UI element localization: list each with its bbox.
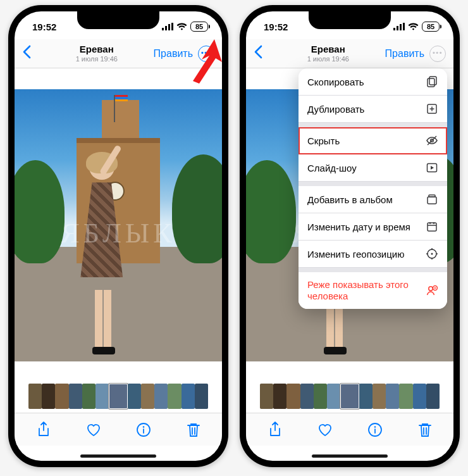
- menu-label: Добавить в альбом: [307, 194, 393, 205]
- svg-rect-0: [162, 28, 164, 30]
- svg-rect-3: [171, 23, 173, 30]
- svg-rect-1: [165, 26, 167, 30]
- photo-location: Ереван: [271, 44, 385, 55]
- thumbnail[interactable]: [399, 384, 412, 409]
- edit-button[interactable]: Править: [385, 48, 424, 60]
- thumbnail[interactable]: [141, 384, 154, 409]
- thumbnail[interactable]: [154, 384, 168, 409]
- thumbnail[interactable]: [95, 384, 109, 409]
- menu-separator: [299, 268, 447, 272]
- thumbnail[interactable]: [314, 384, 327, 409]
- nav-title: Ереван 1 июля 19:46: [271, 44, 385, 63]
- svg-point-12: [374, 426, 376, 428]
- duplicate-icon: [426, 103, 438, 115]
- svg-rect-9: [400, 24, 402, 30]
- thumbnail[interactable]: [300, 384, 314, 409]
- menu-label: Слайд-шоу: [307, 163, 357, 173]
- favorite-button[interactable]: [316, 421, 334, 439]
- bottom-toolbar: [246, 413, 453, 446]
- thumbnail[interactable]: [260, 384, 273, 409]
- photo-datetime: 1 июля 19:46: [271, 55, 385, 63]
- cellular-icon: [393, 22, 405, 32]
- menu-separator: [299, 182, 447, 186]
- menu-label: Скопировать: [307, 77, 364, 87]
- thumbnail[interactable]: [327, 384, 340, 409]
- thumbnail-strip[interactable]: [15, 382, 222, 413]
- wifi-icon: [408, 22, 419, 32]
- menu-change-location[interactable]: Изменить геопозицию: [299, 241, 447, 268]
- nav-header: Ереван 1 июля 19:46 Править •••: [15, 39, 222, 68]
- svg-rect-19: [429, 195, 435, 197]
- svg-point-23: [429, 287, 433, 291]
- thumbnail[interactable]: [373, 384, 386, 409]
- menu-label: Изменить геопозицию: [307, 249, 404, 260]
- menu-add-album[interactable]: Добавить в альбом: [299, 186, 447, 213]
- phone-right: 19:52 85 Ереван 1 июля 19:46: [240, 5, 460, 467]
- thumbnail[interactable]: [386, 384, 399, 409]
- thumbnail[interactable]: [109, 384, 127, 409]
- status-time: 19:52: [264, 22, 288, 32]
- thumbnail[interactable]: [340, 384, 359, 409]
- menu-feature-less[interactable]: Реже показывать этого человека: [299, 272, 447, 309]
- home-indicator[interactable]: [80, 454, 156, 458]
- thumbnail[interactable]: [182, 384, 195, 409]
- menu-label: Изменить дату и время: [307, 222, 410, 232]
- svg-rect-10: [403, 23, 405, 30]
- menu-hide[interactable]: Скрыть: [299, 127, 447, 154]
- thumbnail[interactable]: [69, 384, 82, 409]
- nav-title: Ереван 1 июля 19:46: [40, 44, 154, 63]
- more-button[interactable]: •••: [429, 46, 446, 62]
- nav-header: Ереван 1 июля 19:46 Править •••: [246, 39, 453, 68]
- thumbnail[interactable]: [359, 384, 373, 409]
- menu-separator: [299, 123, 447, 127]
- thumbnail[interactable]: [195, 384, 208, 409]
- back-button[interactable]: [254, 44, 271, 63]
- thumbnail[interactable]: [426, 384, 440, 409]
- info-button[interactable]: [135, 421, 152, 439]
- bottom-toolbar: [15, 413, 222, 446]
- battery-indicator: 85: [190, 22, 208, 32]
- photo-datetime: 1 июля 19:46: [40, 55, 154, 63]
- svg-rect-2: [168, 24, 170, 30]
- share-button[interactable]: [35, 421, 52, 439]
- more-button[interactable]: •••: [198, 46, 214, 62]
- delete-button[interactable]: [416, 421, 434, 439]
- thumbnail[interactable]: [28, 384, 42, 409]
- photo-viewer[interactable]: ЯБЛЫК: [15, 68, 222, 382]
- status-time: 19:52: [32, 22, 56, 32]
- svg-rect-20: [428, 223, 436, 231]
- info-button[interactable]: [366, 421, 384, 439]
- svg-rect-18: [428, 197, 436, 204]
- battery-indicator: 85: [422, 22, 440, 32]
- thumbnail[interactable]: [286, 384, 300, 409]
- thumbnail[interactable]: [168, 384, 181, 409]
- hide-icon: [426, 134, 438, 147]
- person-minus-icon: [426, 284, 438, 297]
- album-icon: [426, 193, 438, 206]
- thumbnail[interactable]: [128, 384, 141, 409]
- edit-button[interactable]: Править: [154, 48, 193, 60]
- actions-menu: Скопировать Дублировать Скрыть: [299, 68, 447, 309]
- thumbnail[interactable]: [82, 384, 95, 409]
- thumbnail[interactable]: [273, 384, 286, 409]
- favorite-button[interactable]: [85, 421, 102, 439]
- menu-slideshow[interactable]: Слайд-шоу: [299, 154, 447, 182]
- svg-rect-8: [397, 26, 398, 30]
- back-button[interactable]: [22, 44, 40, 63]
- menu-label: Дублировать: [307, 104, 364, 115]
- share-button[interactable]: [266, 421, 284, 439]
- menu-change-date[interactable]: Изменить дату и время: [299, 213, 447, 241]
- menu-duplicate[interactable]: Дублировать: [299, 96, 447, 123]
- location-icon: [426, 247, 438, 260]
- home-indicator[interactable]: [312, 454, 388, 458]
- thumbnail-strip[interactable]: [246, 382, 453, 413]
- delete-button[interactable]: [185, 421, 202, 439]
- menu-copy[interactable]: Скопировать: [299, 68, 447, 96]
- wifi-icon: [176, 22, 187, 32]
- svg-rect-14: [428, 78, 434, 87]
- svg-rect-7: [393, 28, 395, 30]
- thumbnail[interactable]: [413, 384, 426, 409]
- thumbnail[interactable]: [55, 384, 68, 409]
- notch: [309, 11, 391, 29]
- thumbnail[interactable]: [42, 384, 55, 409]
